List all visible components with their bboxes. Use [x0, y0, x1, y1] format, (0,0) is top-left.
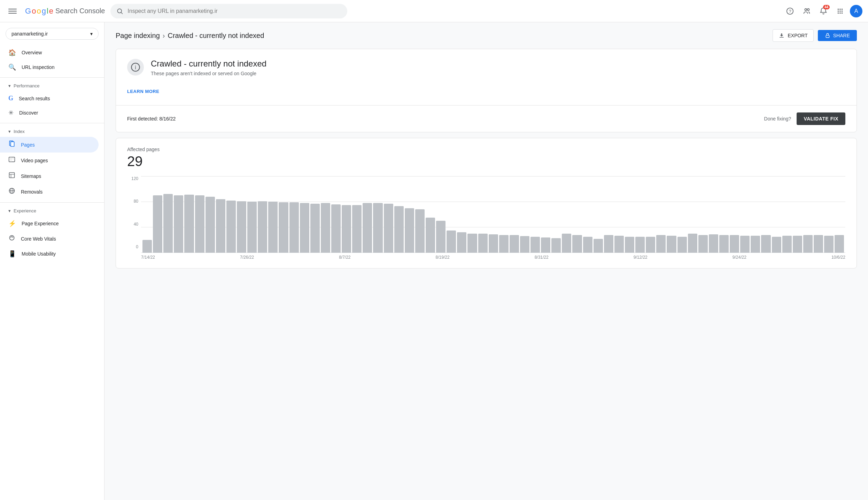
- y-label-80: 80: [127, 199, 138, 204]
- search-input[interactable]: [127, 8, 341, 14]
- chart-bar: [520, 236, 529, 253]
- collapse-icon-3: ▾: [8, 208, 11, 213]
- sidebar-item-discover[interactable]: ✳ Discover: [0, 106, 99, 120]
- property-selector[interactable]: panamarketing.ir ▾: [6, 28, 99, 40]
- mobile-usability-icon: 📱: [8, 250, 16, 258]
- chart-bar: [247, 202, 257, 253]
- sidebar-item-url-inspection[interactable]: 🔍 URL inspection: [0, 60, 99, 75]
- chart-bar: [572, 235, 582, 253]
- chart-bar: [656, 235, 666, 253]
- chart-bar: [321, 203, 330, 253]
- menu-icon[interactable]: [6, 4, 20, 18]
- discover-icon: ✳: [8, 109, 14, 117]
- page-experience-icon: ⚡: [8, 220, 16, 227]
- sidebar-item-core-web-vitals[interactable]: Core Web Vitals: [0, 231, 99, 247]
- breadcrumb: Page indexing › Crawled - currently not …: [116, 32, 264, 40]
- people-icon[interactable]: [800, 4, 814, 18]
- chart-y-labels: 120 80 40 0: [127, 176, 138, 249]
- chart-bar: [447, 231, 456, 253]
- chart-bar: [824, 236, 834, 253]
- chart-bar: [761, 235, 770, 253]
- chart-bar: [814, 235, 823, 253]
- chart-bar: [635, 237, 645, 253]
- chart-bar: [541, 237, 550, 253]
- divider-2: [0, 123, 104, 123]
- chart-x-labels: 7/14/22 7/26/22 8/7/22 8/19/22 8/31/22 9…: [141, 255, 845, 260]
- chart-bar: [142, 240, 152, 253]
- sidebar-item-pages[interactable]: Pages: [0, 137, 99, 153]
- sidebar-item-page-experience[interactable]: ⚡ Page Experience: [0, 216, 99, 231]
- sidebar-section-experience[interactable]: ▾ Experience: [0, 205, 104, 216]
- search-small-icon: 🔍: [8, 63, 16, 71]
- svg-point-12: [838, 10, 839, 12]
- sidebar-item-mobile-usability[interactable]: 📱 Mobile Usability: [0, 247, 99, 261]
- chart-bar: [237, 201, 246, 253]
- y-label-0: 0: [127, 244, 138, 249]
- search-bar[interactable]: [110, 4, 347, 18]
- chart-bar: [646, 237, 655, 253]
- chart-bar: [258, 201, 267, 253]
- chart-bar: [342, 205, 351, 253]
- chart-bar: [352, 205, 362, 253]
- sidebar-item-search-results[interactable]: G Search results: [0, 91, 99, 106]
- chart-bar: [698, 235, 708, 253]
- x-label-5: 8/31/22: [535, 255, 549, 260]
- chart-bar: [751, 236, 760, 253]
- learn-more-button[interactable]: LEARN MORE: [127, 86, 159, 97]
- chart-bar: [268, 202, 278, 253]
- info-text: Crawled - currently not indexed These pa…: [151, 59, 266, 76]
- chart-bar: [688, 234, 697, 253]
- help-icon[interactable]: ?: [783, 4, 797, 18]
- chart-bar: [216, 199, 225, 253]
- sidebar-item-sitemaps[interactable]: Sitemaps: [0, 168, 99, 184]
- breadcrumb-separator: ›: [163, 32, 165, 40]
- lock-icon: [825, 33, 830, 38]
- notification-wrapper[interactable]: 44: [816, 4, 830, 18]
- core-web-vitals-icon: [8, 234, 15, 243]
- apps-icon[interactable]: [833, 4, 847, 18]
- chart-section: Affected pages 29 120 80 40 0: [116, 138, 857, 268]
- share-button[interactable]: SHARE: [818, 30, 857, 41]
- sidebar-item-overview[interactable]: 🏠 Overview: [0, 45, 99, 60]
- home-icon: 🏠: [8, 49, 16, 56]
- chart-bars-wrapper: [141, 176, 845, 253]
- affected-pages-label: Affected pages: [127, 147, 845, 152]
- notification-badge: 44: [823, 5, 830, 9]
- y-label-120: 120: [127, 176, 138, 181]
- done-fixing: Done fixing? VALIDATE FIX: [764, 112, 845, 125]
- validate-fix-button[interactable]: VALIDATE FIX: [797, 112, 845, 125]
- export-button[interactable]: EXPORT: [773, 29, 813, 42]
- chart-bar: [614, 236, 624, 253]
- svg-point-29: [9, 235, 14, 240]
- chart-bar: [331, 204, 341, 253]
- chart-bar: [803, 235, 813, 253]
- x-label-3: 8/7/22: [339, 255, 350, 260]
- sidebar-item-removals[interactable]: Removals: [0, 184, 99, 200]
- chart-bars: [141, 176, 845, 253]
- avatar[interactable]: A: [850, 5, 862, 17]
- svg-rect-21: [9, 159, 15, 159]
- sidebar-section-index[interactable]: ▾ Index: [0, 126, 104, 137]
- main-content: Page indexing › Crawled - currently not …: [104, 22, 868, 500]
- svg-point-13: [839, 10, 841, 12]
- breadcrumb-parent[interactable]: Page indexing: [116, 32, 160, 40]
- breadcrumb-current: Crawled - currently not indexed: [168, 32, 264, 40]
- google-logo: Google Search Console: [25, 7, 105, 16]
- chart-bar: [174, 195, 183, 253]
- chart-bar: [677, 237, 687, 253]
- svg-point-10: [839, 8, 841, 10]
- removals-icon: [8, 187, 15, 196]
- chart-bar: [363, 203, 372, 253]
- google-g-icon: G: [8, 95, 13, 102]
- sidebar-section-performance[interactable]: ▾ Performance: [0, 80, 104, 91]
- chart-bar: [373, 203, 382, 253]
- info-section: i Crawled - currently not indexed These …: [116, 49, 857, 86]
- sidebar-item-video-pages[interactable]: Video pages: [0, 153, 99, 168]
- layout: panamarketing.ir ▾ 🏠 Overview 🔍 URL insp…: [0, 22, 868, 500]
- chart-bar: [415, 209, 425, 253]
- svg-rect-20: [9, 157, 15, 162]
- chevron-down-icon: ▾: [90, 31, 93, 37]
- svg-line-4: [121, 12, 123, 14]
- y-label-40: 40: [127, 222, 138, 227]
- top-header: Google Search Console ? 44 A: [0, 0, 868, 22]
